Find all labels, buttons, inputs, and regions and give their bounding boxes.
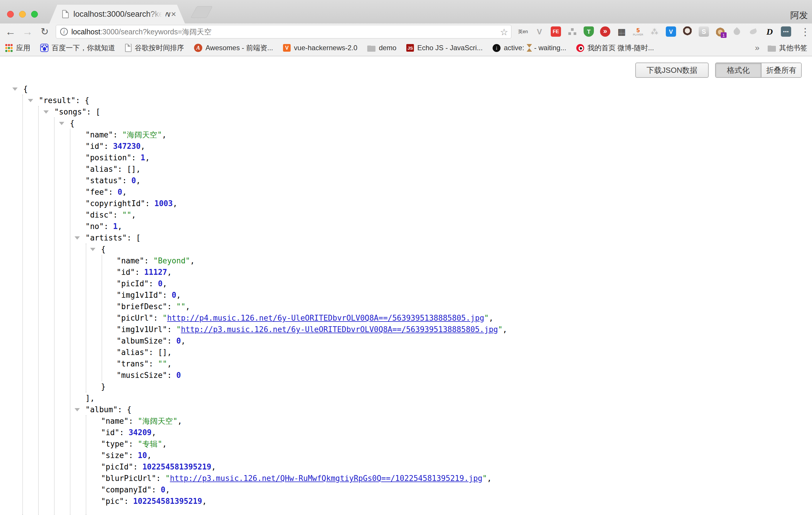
collapse-triangle-icon[interactable] xyxy=(75,408,80,411)
zoom-window-button[interactable] xyxy=(31,11,38,18)
bookmark-weibo[interactable]: 我的首页 微博-随时... xyxy=(576,43,654,53)
forward-button: → xyxy=(21,25,34,38)
translate-icon[interactable]: 英en xyxy=(518,26,528,37)
json-token: : xyxy=(149,360,158,368)
json-line: "img1v1Id": 0, xyxy=(0,289,812,301)
new-tab-button[interactable] xyxy=(191,6,212,18)
json-token: ], xyxy=(85,394,94,403)
json-token: "" xyxy=(158,360,167,368)
bookmark-echojs[interactable]: JSEcho JS - JavaScri... xyxy=(406,44,483,52)
video-speed-icon[interactable]: » xyxy=(600,26,610,37)
monkey-icon[interactable]: 1 xyxy=(715,26,725,37)
browser-tab[interactable]: localhost:3000/search?keywor × xyxy=(49,5,185,24)
json-line: "musicSize": 0 xyxy=(0,370,812,381)
json-link[interactable]: http://p3.music.126.net/QHw-RuMwfQkmgtiy… xyxy=(170,474,482,483)
bookmarks-overflow-icon[interactable]: » xyxy=(755,43,759,53)
json-token: "id" xyxy=(101,428,119,437)
bookmark-active[interactable]: ↓active:- waiting... xyxy=(493,44,566,52)
json-token: 34209 xyxy=(128,428,151,437)
json-token: "picId" xyxy=(101,462,133,471)
d-letter-icon[interactable]: D xyxy=(764,26,775,37)
vimium-icon[interactable]: V xyxy=(666,26,676,37)
json-line: "albumSize": 0, xyxy=(0,335,812,347)
vue-devtools-icon[interactable]: V xyxy=(534,26,545,37)
page-info-icon[interactable]: i xyxy=(60,28,68,35)
bookmark-label: 百度一下，你就知道 xyxy=(52,43,115,53)
json-line: "name": "Beyond", xyxy=(0,255,812,266)
hummingbird-icon[interactable] xyxy=(748,26,758,37)
s-letter-icon[interactable]: S xyxy=(699,26,709,37)
collapse-triangle-icon[interactable] xyxy=(59,122,64,125)
json-token: "id" xyxy=(117,268,135,277)
json-line: "pic": 102254581395219, xyxy=(0,496,812,507)
json-token: : xyxy=(144,256,153,265)
bm-page-icon xyxy=(125,44,132,52)
json-token: , xyxy=(118,222,122,231)
collapse-triangle-icon[interactable] xyxy=(75,236,80,239)
fe-icon[interactable]: FE xyxy=(551,26,561,37)
sitemap-icon[interactable] xyxy=(567,26,577,37)
traffic-lights xyxy=(7,11,38,18)
qrcode-icon[interactable]: ▦ xyxy=(616,26,627,37)
collapse-triangle-icon[interactable] xyxy=(12,87,18,91)
navigation-toolbar: ← → ↻ i localhost:3000/search?keywords=海… xyxy=(0,24,812,40)
green-shield-icon[interactable]: T xyxy=(584,26,594,37)
close-window-button[interactable] xyxy=(7,11,14,18)
gray-bird-icon[interactable] xyxy=(731,26,742,37)
json-token: : xyxy=(145,199,154,208)
download-json-button[interactable]: 下载JSON数据 xyxy=(635,62,709,78)
json-token: "name" xyxy=(101,417,128,425)
json-token: "songs" xyxy=(54,108,87,116)
bookmark-vue-hackernews[interactable]: Vvue-hackernews-2.0 xyxy=(283,44,357,52)
paw-icon[interactable]: ⁂ xyxy=(649,26,660,37)
extension-badge: 1 xyxy=(721,32,727,38)
bookmark-label: 谷歌按时间排序 xyxy=(135,43,184,53)
json-line: "blurPicUrl": "http://p3.music.126.net/Q… xyxy=(0,473,812,484)
page-favicon-icon xyxy=(62,10,69,18)
bookmark-baidu[interactable]: 百度一下，你就知道 xyxy=(40,43,115,53)
bookmark-awesomes[interactable]: AAwesomes - 前端资... xyxy=(194,43,273,53)
json-link[interactable]: http://p4.music.126.net/6y-UleORITEDbvrO… xyxy=(167,314,484,322)
collapse-all-button[interactable]: 折叠所有 xyxy=(761,63,801,77)
bookmark-google-time[interactable]: 谷歌按时间排序 xyxy=(125,43,184,53)
json-line: "alias": [], xyxy=(0,164,812,175)
other-bookmarks-folder[interactable]: 其他书签 xyxy=(768,43,807,53)
json-token: : xyxy=(104,142,113,151)
profile-name[interactable]: 阿发 xyxy=(790,9,808,22)
json-token: , xyxy=(176,291,181,299)
json-line: "songs": [ xyxy=(0,106,812,118)
json-line: "alias": [], xyxy=(0,347,812,358)
back-button[interactable]: ← xyxy=(4,25,17,38)
json-token: : xyxy=(128,439,138,448)
bookmark-apps[interactable]: 应用 xyxy=(5,43,30,53)
minimize-window-button[interactable] xyxy=(19,11,26,18)
mask-icon[interactable] xyxy=(682,26,693,37)
json-line: "picId": 102254581395219, xyxy=(0,461,812,473)
json-token: 102254581395219 xyxy=(142,462,211,471)
json-line: "size": 10, xyxy=(0,450,812,461)
html5-player-icon[interactable]: 5PLAYER xyxy=(633,26,643,37)
bookmark-star-icon[interactable]: ☆ xyxy=(500,27,508,37)
json-token: "position" xyxy=(85,153,132,162)
format-button[interactable]: 格式化 xyxy=(716,63,761,77)
collapse-triangle-icon[interactable] xyxy=(28,99,33,102)
reload-button[interactable]: ↻ xyxy=(38,25,51,38)
json-link[interactable]: http://p3.music.126.net/6y-UleORITEDbvrO… xyxy=(181,325,498,334)
address-bar[interactable]: i localhost:3000/search?keywords=海阔天空 ☆ xyxy=(56,25,512,38)
bookmark-demo[interactable]: demo xyxy=(367,44,396,52)
json-token: , xyxy=(141,142,145,151)
json-token: "companyId" xyxy=(101,485,151,494)
json-token: { xyxy=(70,119,75,128)
collapse-triangle-icon[interactable] xyxy=(90,248,95,251)
tab-close-icon[interactable]: × xyxy=(171,9,176,19)
browser-menu-icon[interactable]: ⋮ xyxy=(800,26,810,37)
json-token: " xyxy=(163,314,167,322)
json-line: "picUrl": "http://p4.music.126.net/6y-Ul… xyxy=(0,312,812,324)
json-token: 0 xyxy=(132,176,136,185)
url-text[interactable]: localhost:3000/search?keywords=海阔天空 xyxy=(71,27,211,37)
json-token: "status" xyxy=(85,176,122,185)
onetab-icon[interactable]: ••• xyxy=(781,26,791,37)
json-token: "" xyxy=(176,302,185,311)
collapse-triangle-icon[interactable] xyxy=(44,110,49,114)
json-token: " xyxy=(176,325,181,334)
